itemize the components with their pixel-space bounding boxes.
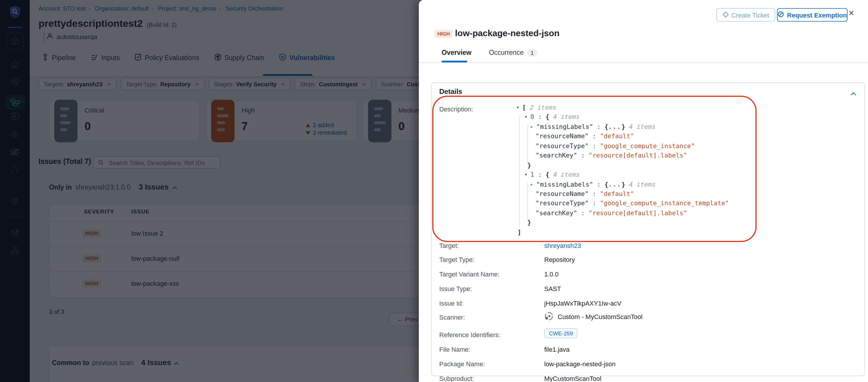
- field-row-scanner: Scanner: Custom - MyCustomScanTool: [439, 314, 857, 327]
- exemption-slash-icon: [778, 11, 784, 19]
- create-ticket-button[interactable]: Create Ticket: [716, 8, 775, 22]
- field-row-issue-id: Issue Id:jHspJaWxTlkpAXY1Iw-acV: [439, 300, 857, 313]
- drawer-active-tab-underline: [442, 61, 467, 62]
- field-row-issue-type: Issue Type:SAST: [439, 285, 857, 298]
- details-collapse-chevron-icon[interactable]: [850, 88, 856, 98]
- drawer-tab-bar: Overview Occurrence1: [442, 49, 537, 56]
- ticket-diamond-icon: [722, 11, 728, 19]
- field-row-reference-identifiers: Reference Identifiers: CWE-259: [439, 331, 857, 344]
- request-exemption-button[interactable]: Request Exemption: [777, 8, 847, 22]
- field-row-file-name: File Name:file1.java: [439, 346, 857, 359]
- field-row-target: Target:shreyansh23: [439, 242, 857, 255]
- occurrence-count-badge: 1: [527, 49, 537, 57]
- cwe-chip[interactable]: CWE-259: [544, 328, 578, 338]
- tab-overview[interactable]: Overview: [442, 49, 471, 56]
- drawer-severity-badge: HIGH: [435, 30, 453, 38]
- drawer-issue-title: low-package-nested-json: [455, 28, 559, 38]
- drawer-tab-divider: [419, 62, 868, 63]
- details-card: Details Description: ▾ [ 2 items▾ 0 : { …: [431, 82, 865, 376]
- close-drawer-icon[interactable]: ✕: [848, 9, 855, 18]
- details-heading: Details: [439, 88, 462, 96]
- field-row-target-variant: Target Variant Name:1.0.0: [439, 270, 857, 283]
- field-row-target-type: Target Type:Repository: [439, 256, 857, 269]
- issue-details-drawer: Create Ticket Request Exemption ✕ HIGH l…: [419, 0, 868, 382]
- field-row-package-name: Package Name:low-package-nested-json: [439, 360, 857, 373]
- field-row-subproduct: Subproduct:MyCustomScanTool: [439, 375, 857, 382]
- screenshot-stage: Account: STO test› Organization: default…: [0, 0, 868, 382]
- json-tree[interactable]: ▾ [ 2 items▾ 0 : { 4 items▸ "missingLabe…: [516, 104, 729, 238]
- target-link[interactable]: shreyansh23: [544, 242, 581, 249]
- tab-occurrence[interactable]: Occurrence1: [489, 49, 537, 56]
- custom-scanner-icon: [544, 312, 554, 322]
- description-label: Description:: [439, 105, 473, 113]
- app-window: Account: STO test› Organization: default…: [0, 0, 868, 382]
